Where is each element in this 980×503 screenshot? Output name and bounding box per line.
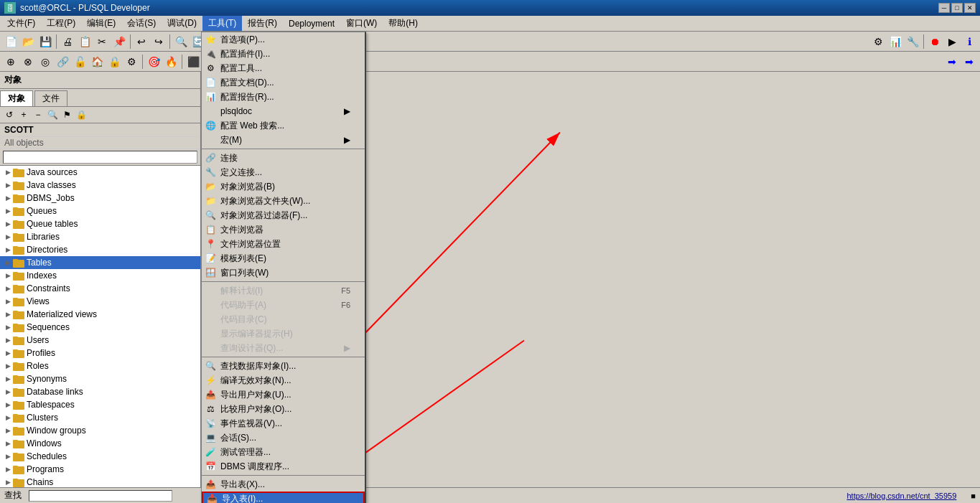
menu-window-list[interactable]: 🪟 窗口列表(W)	[202, 265, 365, 280]
tree-schedules[interactable]: ▶ Schedules	[0, 450, 200, 463]
menu-config-doc[interactable]: 📄 配置文档(D)...	[202, 75, 365, 90]
menu-monitor[interactable]: 📡 事件监视器(V)...	[202, 416, 365, 431]
menu-scheduler[interactable]: 📅 DBMS 调度程序...	[202, 459, 365, 474]
menu-obj-browser[interactable]: 📂 对象浏览器(B)	[202, 179, 365, 194]
menu-define-connect[interactable]: 🔧 定义连接...	[202, 165, 365, 179]
tree-clusters[interactable]: ▶ Clusters	[0, 411, 200, 424]
menu-web-search[interactable]: 🌐 配置 Web 搜索...	[202, 118, 365, 133]
menu-connect[interactable]: 🔗 连接	[202, 151, 365, 165]
menu-obj-folder[interactable]: 📁 对象浏览器文件夹(W)...	[202, 194, 365, 208]
tree-libraries[interactable]: ▶ Libraries	[0, 230, 200, 243]
menu-plugins[interactable]: 🔌 配置插件(I)...	[202, 47, 365, 61]
lock-icon[interactable]: 🔒	[75, 108, 88, 121]
undo-btn[interactable]: ↩	[134, 34, 149, 50]
minus-icon[interactable]: −	[32, 108, 45, 121]
menu-help[interactable]: 帮助(H)	[383, 16, 424, 31]
tree-queue-tables[interactable]: ▶ Queue tables	[0, 217, 200, 230]
tb2-10[interactable]: 🔥	[163, 54, 179, 70]
toolbar-extra1[interactable]: ⚙	[870, 34, 886, 50]
menu-import-table[interactable]: 📥 导入表(I)...	[202, 492, 365, 503]
tab-objects[interactable]: 对象	[0, 90, 33, 106]
tb2-2[interactable]: ⊗	[20, 54, 36, 70]
open-btn[interactable]: 📂	[20, 34, 36, 50]
search-btn[interactable]: 🔍	[173, 34, 189, 50]
tree-views[interactable]: ▶ Views	[0, 295, 200, 308]
tree-chains[interactable]: ▶ Chains	[0, 476, 200, 487]
tree-mat-views[interactable]: ▶ Materialized views	[0, 308, 200, 321]
menu-debug[interactable]: 调试(D)	[162, 16, 202, 31]
tb2-6[interactable]: 🏠	[89, 54, 105, 70]
btn4[interactable]: 📌	[111, 34, 127, 50]
tree-window-groups[interactable]: ▶ Window groups	[0, 424, 200, 437]
minimize-button[interactable]: ─	[938, 3, 950, 13]
status-search-input[interactable]	[29, 490, 172, 502]
menu-reports[interactable]: 报告(R)	[242, 16, 283, 31]
tree-java-sources[interactable]: ▶ Java sources	[0, 166, 200, 179]
tb2-7[interactable]: 🔒	[106, 54, 122, 70]
tree-users[interactable]: ▶ Users	[0, 334, 200, 347]
menu-edit[interactable]: 编辑(E)	[81, 16, 121, 31]
tb2-4[interactable]: 🔗	[55, 54, 70, 70]
menu-compile[interactable]: ⚡ 编译无效对象(N)...	[202, 373, 365, 387]
tree-tables[interactable]: ▶ Tables	[0, 256, 200, 269]
menu-window[interactable]: 窗口(W)	[340, 16, 383, 31]
menu-macro[interactable]: 宏(M) ▶	[202, 133, 365, 147]
menu-session[interactable]: 会话(S)	[121, 16, 162, 31]
btn3[interactable]: ✂	[94, 34, 110, 50]
object-search-input[interactable]	[3, 151, 197, 164]
tb2-1[interactable]: ⊕	[3, 54, 19, 70]
menu-test-manager[interactable]: 🧪 测试管理器...	[202, 445, 365, 459]
print-btn[interactable]: 🖨	[60, 34, 75, 50]
menu-find-db[interactable]: 🔍 查找数据库对象(I)...	[202, 359, 365, 373]
tree-roles[interactable]: ▶ Roles	[0, 359, 200, 372]
menu-template[interactable]: 📝 模板列表(E)	[202, 251, 365, 265]
tree-db-links[interactable]: ▶ Database links	[0, 385, 200, 398]
menu-file[interactable]: 文件(F)	[1, 16, 41, 31]
tree-directories[interactable]: ▶ Directories	[0, 243, 200, 256]
redo-btn[interactable]: ↪	[151, 34, 167, 50]
tree-dbms-jobs[interactable]: ▶ DBMS_Jobs	[0, 192, 200, 205]
new-btn[interactable]: 📄	[3, 34, 19, 50]
menu-plsqldoc[interactable]: plsqldoc ▶	[202, 104, 365, 118]
rec-btn[interactable]: ⏺	[927, 34, 943, 50]
menu-project[interactable]: 工程(P)	[41, 16, 81, 31]
menu-preferences[interactable]: ⭐ 首选项(P)...	[202, 32, 365, 47]
menu-tools[interactable]: 工具(T)	[202, 16, 242, 31]
btn2[interactable]: 📋	[77, 34, 93, 50]
menu-obj-filter[interactable]: 🔍 对象浏览器过滤器(F)...	[202, 208, 365, 222]
maximize-button[interactable]: □	[951, 3, 963, 13]
menu-config-report[interactable]: 📊 配置报告(R)...	[202, 90, 365, 104]
play-btn[interactable]: ▶	[944, 34, 960, 50]
add-icon[interactable]: +	[17, 108, 30, 121]
menu-config-tools[interactable]: ⚙ 配置工具...	[202, 61, 365, 75]
close-button[interactable]: ✕	[964, 3, 976, 13]
tree-profiles[interactable]: ▶ Profiles	[0, 347, 200, 359]
tb2-arrow2[interactable]: ➡	[961, 54, 977, 70]
toolbar-extra3[interactable]: 🔧	[905, 34, 920, 50]
menu-file-location[interactable]: 📍 文件浏览器位置	[202, 237, 365, 251]
tree-constraints[interactable]: ▶ Constraints	[0, 282, 200, 295]
menu-export-user[interactable]: 📤 导出用户对象(U)...	[202, 387, 365, 402]
tb2-9[interactable]: 🎯	[146, 54, 162, 70]
menu-deployment[interactable]: Deployment	[283, 16, 340, 31]
save-btn[interactable]: 💾	[37, 34, 53, 50]
tree-programs[interactable]: ▶ Programs	[0, 463, 200, 476]
filter-icon[interactable]: ⚑	[60, 108, 73, 121]
info-btn[interactable]: ℹ	[961, 34, 977, 50]
tree-synonyms[interactable]: ▶ Synonyms	[0, 372, 200, 385]
status-link[interactable]: https://blog.csdn.net/cnt_35959	[846, 492, 956, 500]
menu-export-table[interactable]: 📤 导出表(X)...	[202, 477, 365, 492]
refresh-icon[interactable]: ↺	[3, 108, 16, 121]
tb2-arrow1[interactable]: ➡	[944, 54, 960, 70]
tab-files[interactable]: 文件	[34, 90, 67, 106]
menu-file-browser[interactable]: 📋 文件浏览器	[202, 222, 365, 237]
tree-queues[interactable]: ▶ Queues	[0, 205, 200, 217]
title-bar-buttons[interactable]: ─ □ ✕	[938, 3, 976, 13]
tb2-8[interactable]: ⚙	[123, 54, 139, 70]
menu-session-tool[interactable]: 💻 会话(S)...	[202, 431, 365, 445]
tree-tablespaces[interactable]: ▶ Tablespaces	[0, 398, 200, 411]
tree-java-classes[interactable]: ▶ Java classes	[0, 179, 200, 192]
toolbar-extra2[interactable]: 📊	[887, 34, 903, 50]
tb2-11[interactable]: ⬛	[185, 54, 201, 70]
search-icon[interactable]: 🔍	[46, 108, 59, 121]
